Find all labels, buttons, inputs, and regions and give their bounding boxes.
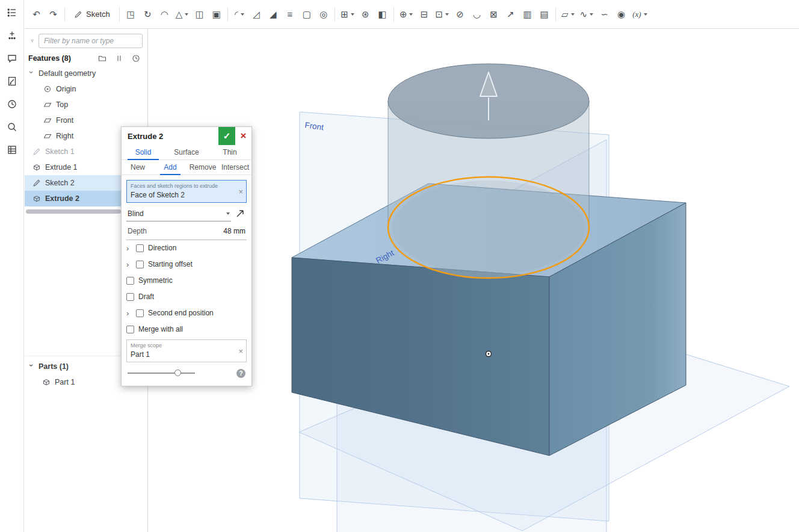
hole-button[interactable]: ◎ — [315, 5, 332, 24]
modify-fillet-button[interactable]: ◡ — [469, 5, 485, 24]
sketch-button[interactable]: Sketch — [68, 5, 116, 24]
rollback-clock-icon[interactable] — [132, 54, 140, 63]
chevron-right-icon[interactable]: › — [126, 309, 132, 317]
depth-field[interactable]: Depth 48 mm — [126, 224, 247, 240]
search-icon[interactable] — [4, 119, 20, 135]
feature-list-panel-icon[interactable] — [4, 5, 20, 20]
project-curve-button[interactable]: ◉ — [613, 5, 629, 24]
tree-item-label: Extrude 1 — [45, 163, 78, 172]
origin-marker[interactable] — [486, 351, 492, 357]
pencil-icon — [74, 10, 82, 19]
rollback-slider[interactable] — [128, 370, 195, 377]
move-face-icon: ↗ — [507, 10, 514, 19]
tree-item-top-plane[interactable]: Top — [25, 97, 147, 113]
chevron-right-icon[interactable]: › — [126, 261, 132, 268]
boolean-mode-tabs: New Add Remove Intersect — [122, 160, 251, 175]
clear-selection-icon[interactable]: × — [238, 187, 243, 196]
second-end-position-checkbox[interactable] — [136, 309, 144, 317]
move-face-button[interactable]: ↗ — [502, 5, 519, 24]
selection-caption: Faces and sketch regions to extrude — [131, 183, 235, 190]
tree-item-default-geometry[interactable]: › Default geometry — [25, 66, 147, 81]
chamfer-button[interactable]: ◿ — [248, 5, 264, 24]
direction-checkbox[interactable] — [136, 244, 144, 252]
filter-row — [25, 29, 147, 50]
option-label: Starting offset — [148, 260, 193, 268]
merge-with-all-checkbox[interactable] — [126, 326, 134, 333]
enclose-button[interactable]: ▣ — [208, 5, 224, 24]
bom-table-icon[interactable] — [4, 142, 20, 158]
merge-scope-field[interactable]: Merge scope Part 1 × — [126, 339, 247, 362]
caret-down-icon — [590, 13, 593, 16]
starting-offset-checkbox[interactable] — [136, 261, 144, 268]
mode-intersect[interactable]: Intersect — [219, 160, 251, 175]
mode-remove[interactable]: Remove — [187, 160, 219, 175]
cancel-button[interactable]: × — [235, 127, 251, 145]
linear-pattern-button[interactable]: ⊞ — [338, 5, 357, 24]
shell-button[interactable]: ▢ — [298, 5, 315, 24]
mode-add[interactable]: Add — [154, 160, 187, 175]
insert-icon[interactable] — [4, 28, 20, 43]
end-condition-dropdown[interactable]: Blind — [126, 206, 231, 221]
features-header-icons — [98, 54, 140, 63]
help-button[interactable]: ? — [236, 369, 245, 378]
replace-face-button[interactable]: ▥ — [519, 5, 535, 24]
loft-button[interactable]: △ — [173, 5, 191, 24]
commit-button[interactable]: ✓ — [218, 127, 235, 145]
filter-input[interactable] — [39, 34, 143, 48]
chevron-down-icon[interactable]: › — [28, 71, 35, 76]
extrude-button[interactable]: ◳ — [123, 5, 139, 24]
composite-curve-button[interactable]: ∽ — [596, 5, 612, 24]
modify-fillet-icon: ◡ — [473, 10, 481, 19]
mode-new[interactable]: New — [122, 160, 154, 175]
tree-horizontal-scrollbar[interactable] — [26, 209, 121, 214]
helix-button[interactable]: ∿ — [578, 5, 596, 24]
delete-part-button[interactable]: ⊘ — [452, 5, 468, 24]
tab-solid[interactable]: Solid — [122, 145, 165, 159]
caret-down-icon — [571, 13, 575, 16]
symmetric-checkbox[interactable] — [126, 277, 134, 285]
undo-button[interactable]: ↶ — [28, 5, 45, 24]
create-folder-icon[interactable] — [98, 54, 106, 63]
comments-icon[interactable] — [4, 51, 20, 66]
edit-document-icon[interactable] — [4, 73, 20, 89]
thicken-button[interactable]: ◫ — [191, 5, 208, 24]
clear-merge-scope-icon[interactable]: × — [238, 346, 243, 355]
filter-funnel-icon[interactable] — [31, 37, 34, 45]
history-icon[interactable] — [4, 96, 20, 112]
split-button[interactable]: ⊟ — [416, 5, 432, 24]
faces-selection-field[interactable]: Faces and sketch regions to extrude Face… — [126, 180, 247, 203]
variable-button[interactable]: (x) — [630, 5, 649, 24]
fillet-button[interactable]: ◜ — [231, 5, 247, 24]
revolve-button[interactable]: ↻ — [140, 5, 156, 24]
plane-icon — [43, 101, 52, 109]
slider-knob[interactable] — [174, 370, 181, 376]
redo-button[interactable]: ↷ — [45, 5, 61, 24]
extrude-dialog: Extrude 2 ✓ × Solid Surface Thin New Add… — [121, 126, 252, 386]
offset-surface-button[interactable]: ▤ — [536, 5, 552, 24]
mirror-button[interactable]: ◧ — [374, 5, 390, 24]
parts-header-label: Parts (1) — [39, 362, 69, 371]
draft-checkbox[interactable] — [126, 293, 134, 301]
draft-button[interactable]: ◢ — [265, 5, 281, 24]
rib-button[interactable]: ≡ — [282, 5, 298, 24]
body-type-tabs: Solid Surface Thin — [122, 145, 251, 160]
tree-item-label: Part 1 — [55, 378, 75, 386]
plane-button[interactable]: ▱ — [559, 5, 577, 24]
dialog-footer: ? — [122, 362, 251, 386]
transform-button[interactable]: ⊡ — [433, 5, 451, 24]
circular-pattern-button[interactable]: ⊛ — [357, 5, 374, 24]
tree-item-label: Front — [56, 116, 73, 125]
flip-direction-icon[interactable] — [235, 208, 247, 219]
plane-icon: ▱ — [561, 10, 569, 19]
tree-item-origin[interactable]: Origin — [25, 81, 147, 97]
sweep-button[interactable]: ◠ — [156, 5, 173, 24]
split-icon: ⊟ — [421, 10, 428, 19]
tab-surface[interactable]: Surface — [165, 145, 208, 159]
pause-bars-icon[interactable] — [115, 54, 123, 63]
delete-face-button[interactable]: ⊠ — [486, 5, 502, 24]
boolean-button[interactable]: ⊕ — [397, 5, 416, 24]
tab-thin[interactable]: Thin — [208, 145, 251, 159]
chevron-down-icon[interactable]: › — [28, 364, 35, 370]
chevron-right-icon[interactable]: › — [126, 244, 132, 252]
end-condition-row: Blind — [126, 206, 247, 221]
